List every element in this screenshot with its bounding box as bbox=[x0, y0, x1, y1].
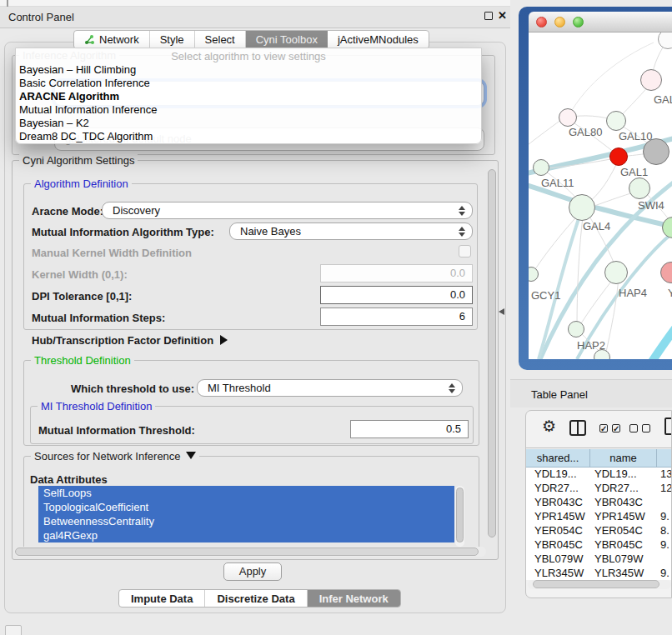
mi-threshold-definition-title: MI Threshold Definition bbox=[38, 400, 155, 412]
tab-impute-data[interactable]: Impute Data bbox=[119, 590, 205, 607]
gear-icon[interactable]: ⚙ bbox=[542, 418, 556, 434]
tab-select[interactable]: Select bbox=[195, 31, 246, 48]
float-window-icon[interactable] bbox=[484, 12, 493, 20]
data-attributes-list: SelfLoops TopologicalCoefficient Between… bbox=[38, 486, 464, 547]
unchecked-checkbox-icon[interactable] bbox=[629, 424, 638, 432]
cell: YDL19... bbox=[526, 468, 590, 482]
unchecked-checkbox-icon[interactable] bbox=[642, 424, 650, 432]
apply-button[interactable]: Apply bbox=[223, 562, 282, 581]
top-strip bbox=[0, 0, 510, 7]
tab-network[interactable]: Network bbox=[74, 31, 150, 48]
table-row[interactable]: YDR27...YDR27...12 bbox=[526, 482, 672, 496]
list-item-topologicalcoefficient[interactable]: TopologicalCoefficient bbox=[38, 500, 454, 514]
network-window-titlebar[interactable] bbox=[529, 12, 672, 32]
network-icon bbox=[84, 34, 95, 45]
node-gal10[interactable] bbox=[606, 111, 626, 131]
page-icon[interactable] bbox=[664, 418, 672, 435]
dpi-tolerance-field[interactable]: 0.0 bbox=[320, 286, 473, 304]
kernel-width-field[interactable]: 0.0 bbox=[320, 264, 473, 282]
split-columns-icon[interactable] bbox=[569, 420, 586, 436]
tab-cyni-toolbox[interactable]: Cyni Toolbox bbox=[246, 31, 328, 48]
expander-down-icon bbox=[186, 452, 196, 459]
scrollbar-thumb[interactable] bbox=[15, 548, 479, 556]
table-row[interactable]: YDL19...YDL19...13 bbox=[526, 468, 672, 482]
table-row[interactable]: YPR145WYPR145W9. bbox=[526, 510, 672, 524]
mac-close-button[interactable] bbox=[536, 17, 547, 28]
node-label: GAL80 bbox=[569, 126, 602, 138]
list-vertical-scrollbar[interactable] bbox=[455, 486, 464, 547]
tab-jactivemnodules[interactable]: jActiveMNodules bbox=[328, 31, 429, 48]
table-panel-title: Table Panel bbox=[531, 388, 588, 401]
scrollbar-thumb[interactable] bbox=[488, 169, 496, 538]
node-gal80[interactable] bbox=[559, 108, 577, 127]
cell: 9. bbox=[657, 510, 672, 524]
corner-widget[interactable] bbox=[5, 625, 22, 635]
cell: YLR345W bbox=[590, 567, 657, 580]
network-canvas[interactable]: GAL GAL80 GAL10 GAL1 GAL11 SWI4 GAL4 GCY… bbox=[529, 32, 672, 359]
tab-discretize-data[interactable]: Discretize Data bbox=[205, 590, 307, 607]
hub-definition-expander[interactable]: Hub/Transcription Factor Definition bbox=[32, 334, 228, 347]
sources-title: Sources for Network Inference bbox=[34, 450, 181, 462]
node-label: HAP2 bbox=[577, 339, 605, 352]
tab-infer-network[interactable]: Infer Network bbox=[308, 590, 400, 607]
tab-label: Cyni Toolbox bbox=[256, 33, 318, 46]
list-item-gal4rgexp[interactable]: gal4RGexp bbox=[38, 528, 454, 542]
close-icon[interactable]: ✕ bbox=[498, 9, 507, 22]
node-swi4[interactable] bbox=[629, 178, 650, 199]
scrollbar-thumb[interactable] bbox=[456, 488, 464, 542]
node-gal4[interactable] bbox=[569, 194, 595, 221]
tab-style[interactable]: Style bbox=[150, 31, 195, 48]
table-row[interactable]: YER054CYER054C8. bbox=[526, 524, 672, 538]
column-header-cut[interactable] bbox=[657, 449, 672, 468]
node-hap2[interactable] bbox=[568, 321, 584, 338]
node-gal1-red[interactable] bbox=[609, 148, 628, 166]
aracne-mode-combobox[interactable]: Discovery bbox=[102, 202, 473, 219]
settings-vertical-scrollbar[interactable] bbox=[487, 167, 497, 555]
column-header-name[interactable]: name bbox=[590, 449, 657, 468]
mac-minimize-button[interactable] bbox=[554, 17, 565, 28]
cell: YBL079W bbox=[526, 552, 590, 567]
checked-checkbox-icon[interactable]: ✓ bbox=[612, 424, 620, 432]
data-attributes-label: Data Attributes bbox=[30, 473, 108, 486]
sources-expander[interactable]: Sources for Network Inference bbox=[31, 450, 199, 462]
expander-right-icon bbox=[220, 335, 228, 345]
node-gal11[interactable] bbox=[533, 159, 549, 176]
list-item-selfloops[interactable]: SelfLoops bbox=[38, 486, 454, 500]
cell: YER054C bbox=[526, 524, 590, 538]
cell: 8. bbox=[657, 524, 672, 538]
table-row[interactable]: YBL079WYBL079W bbox=[526, 552, 672, 567]
cell: YBL079W bbox=[590, 552, 657, 567]
table-row[interactable]: YBR043CYBR043C bbox=[526, 496, 672, 510]
mi-steps-field[interactable]: 6 bbox=[320, 308, 473, 326]
mac-zoom-button[interactable] bbox=[573, 17, 584, 28]
algo-option-bayesian-hill-climbing[interactable]: Bayesian – Hill Climbing bbox=[16, 63, 481, 77]
manual-kernel-checkbox[interactable] bbox=[459, 245, 471, 258]
algo-option-dream8[interactable]: Dream8 DC_TDC Algorithm bbox=[16, 130, 481, 143]
mi-threshold-field[interactable]: 0.5 bbox=[350, 420, 469, 438]
which-threshold-combobox[interactable]: MI Threshold bbox=[197, 379, 463, 397]
algo-option-aracne[interactable]: ARACNE Algorithm bbox=[16, 90, 481, 103]
mi-type-combobox[interactable]: Naive Bayes bbox=[229, 222, 473, 240]
node-label: HAP4 bbox=[619, 287, 647, 299]
algo-option-basic-correlation[interactable]: Basic Correlation Inference bbox=[16, 77, 481, 90]
table-header-row: shared... name bbox=[526, 449, 672, 468]
table-row[interactable]: YBR045CYBR045C9. bbox=[526, 538, 672, 552]
checked-checkbox-icon[interactable]: ✓ bbox=[599, 424, 608, 432]
node-label: GAL bbox=[654, 93, 672, 106]
table-horizontal-scrollbar[interactable] bbox=[528, 580, 671, 589]
stepper-icon bbox=[449, 382, 456, 394]
list-item-betweennesscentrality[interactable]: BetweennessCentrality bbox=[38, 514, 454, 528]
node-gal-pink[interactable] bbox=[640, 69, 662, 91]
which-threshold-label: Which threshold to use: bbox=[71, 382, 194, 395]
algo-option-bayesian-k2[interactable]: Bayesian – K2 bbox=[16, 117, 481, 130]
settings-horizontal-scrollbar[interactable] bbox=[14, 547, 486, 557]
threshold-definition-title: Threshold Definition bbox=[31, 354, 134, 367]
scrollbar-thumb[interactable] bbox=[533, 580, 659, 588]
table-row[interactable]: YLR345WYLR345W9. bbox=[526, 567, 672, 580]
tab-label: jActiveMNodules bbox=[338, 33, 419, 46]
cell: YPR145W bbox=[526, 510, 590, 524]
dpi-tolerance-label: DPI Tolerance [0,1]: bbox=[32, 290, 132, 302]
node-hap4[interactable] bbox=[604, 261, 628, 284]
algo-option-mutual-information[interactable]: Mutual Information Inference bbox=[16, 103, 481, 117]
column-header-shared-name[interactable]: shared... bbox=[526, 449, 590, 468]
